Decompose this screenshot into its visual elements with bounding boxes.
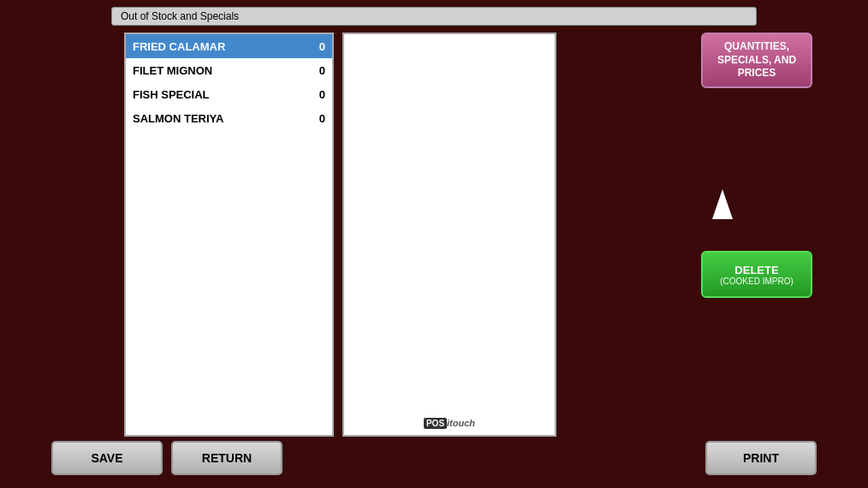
item-count: 0: [308, 88, 325, 101]
pos-logo-prefix: POS: [424, 418, 447, 429]
save-button[interactable]: SAVE: [51, 441, 163, 475]
quantities-line3: PRICES: [717, 67, 796, 80]
list-item[interactable]: FILET MIGNON0: [126, 58, 332, 82]
return-button[interactable]: RETURN: [171, 441, 282, 475]
item-list-panel: FRIED CALAMAR0FILET MIGNON0FISH SPECIAL0…: [124, 33, 334, 437]
title-bar: Out of Stock and Specials: [111, 7, 757, 26]
list-item[interactable]: SALMON TERIYA0: [126, 106, 332, 130]
list-item[interactable]: FISH SPECIAL0: [126, 82, 332, 106]
list-item[interactable]: FRIED CALAMAR0: [126, 34, 332, 58]
details-panel: POSitouch: [342, 33, 556, 437]
delete-button[interactable]: DELETE (COOKED IMPRO): [701, 251, 812, 298]
bottom-left-group: SAVE RETURN: [51, 441, 282, 475]
item-name: FRIED CALAMAR: [133, 40, 308, 53]
pos-logo-suffix: itouch: [447, 418, 475, 428]
quantities-line1: QUANTITIES,: [717, 40, 796, 54]
item-count: 0: [308, 112, 325, 125]
item-name: SALMON TERIYA: [133, 112, 308, 125]
item-count: 0: [308, 40, 325, 53]
item-name: FILET MIGNON: [133, 64, 308, 77]
bottom-buttons-bar: SAVE RETURN PRINT: [0, 441, 868, 475]
title-bar-text: Out of Stock and Specials: [121, 10, 239, 22]
item-name: FISH SPECIAL: [133, 88, 308, 101]
item-count: 0: [308, 64, 325, 77]
print-button[interactable]: PRINT: [705, 441, 817, 475]
positouch-logo: POSitouch: [424, 418, 475, 428]
quantities-specials-prices-button[interactable]: QUANTITIES, SPECIALS, AND PRICES: [701, 33, 812, 88]
quantities-line2: SPECIALS, AND: [717, 54, 796, 68]
right-buttons-area: QUANTITIES, SPECIALS, AND PRICES DELETE …: [693, 33, 821, 298]
delete-sublabel: (COOKED IMPRO): [720, 277, 794, 286]
delete-label: DELETE: [734, 264, 778, 277]
